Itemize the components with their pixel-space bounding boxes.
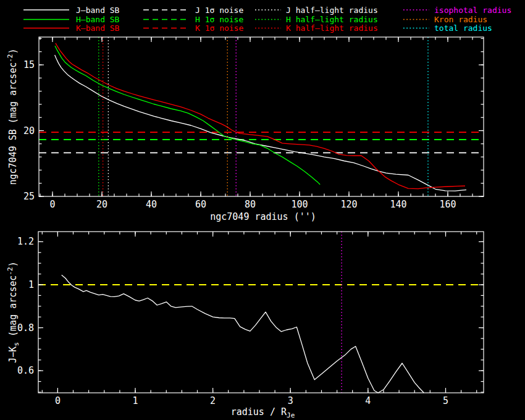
x-tick-label: 20 xyxy=(96,199,107,210)
y-tick-label: 0.8 xyxy=(17,322,34,334)
series-j-ks-color xyxy=(62,275,424,393)
x-axis-title: radius / RJe xyxy=(231,406,295,419)
y-tick-label: 1 xyxy=(28,279,34,290)
legend-label-k-1-noise: K 1σ noise xyxy=(195,23,243,33)
y-tick-label: 0.6 xyxy=(17,365,34,376)
y-axis-title: ngc7049 SB (mag arcsec-2) xyxy=(6,49,19,185)
legend-label-k-half-light-radius: K half–light radius xyxy=(286,23,378,33)
legend-label-h-1-noise: H 1σ noise xyxy=(195,15,243,24)
x-tick-label: 4 xyxy=(365,395,371,406)
y-tick-label: 25 xyxy=(23,191,35,202)
legend-label-k-band-sb: K–band SB xyxy=(76,23,120,33)
surface-brightness-figure: J–band SBH–band SBK–band SBJ 1σ noiseH 1… xyxy=(0,0,525,420)
x-axis-title: ngc7049 radius ('') xyxy=(210,211,316,222)
legend-label-j-half-light-radius: J half–light radius xyxy=(286,6,378,15)
legend-label-j-band-sb: J–band SB xyxy=(76,6,120,15)
x-tick-label: 0 xyxy=(49,199,55,210)
x-tick-label: 5 xyxy=(443,395,448,406)
x-tick-label: 160 xyxy=(439,199,456,210)
x-tick-label: 40 xyxy=(146,199,157,210)
legend-label-isophotal-radius: isophotal radius xyxy=(434,6,511,15)
bottom-panel-color-profile: 0123450.60.811.2radius / RJeJ−Ks (mag ar… xyxy=(6,232,484,419)
top-panel-sb-profile: 020406080100120140160152025ngc7049 radiu… xyxy=(6,37,484,222)
series-h-band-sb xyxy=(55,46,320,185)
legend-label-j-1-noise: J 1σ noise xyxy=(195,6,243,15)
x-tick-label: 2 xyxy=(210,395,216,406)
plot-canvas: J–band SBH–band SBK–band SBJ 1σ noiseH 1… xyxy=(0,0,525,420)
x-tick-label: 0 xyxy=(55,395,61,406)
series-k-band-sb xyxy=(56,43,465,189)
series-j-band-sb xyxy=(55,55,466,191)
legend-label-h-half-light-radius: H half–light radius xyxy=(286,15,378,24)
axes-frame xyxy=(39,37,484,196)
y-tick-label: 20 xyxy=(23,125,35,136)
x-tick-label: 80 xyxy=(245,199,256,210)
legend-label-total-radius: total radius xyxy=(434,23,492,33)
legend-label-h-band-sb: H–band SB xyxy=(76,15,120,24)
legend: J–band SBH–band SBK–band SBJ 1σ noiseH 1… xyxy=(23,6,511,33)
y-tick-label: 1.2 xyxy=(17,236,34,247)
axes-frame xyxy=(38,232,484,393)
y-tick-label: 15 xyxy=(23,59,35,70)
x-tick-label: 120 xyxy=(340,199,357,210)
x-tick-label: 100 xyxy=(291,199,308,210)
x-tick-label: 1 xyxy=(132,395,138,406)
x-tick-label: 140 xyxy=(390,199,406,210)
y-axis-title: J−Ks (mag arcsec-2) xyxy=(6,261,20,363)
x-tick-label: 3 xyxy=(288,395,293,406)
legend-label-kron-radius: Kron radius xyxy=(434,15,487,24)
x-tick-label: 60 xyxy=(195,199,206,210)
